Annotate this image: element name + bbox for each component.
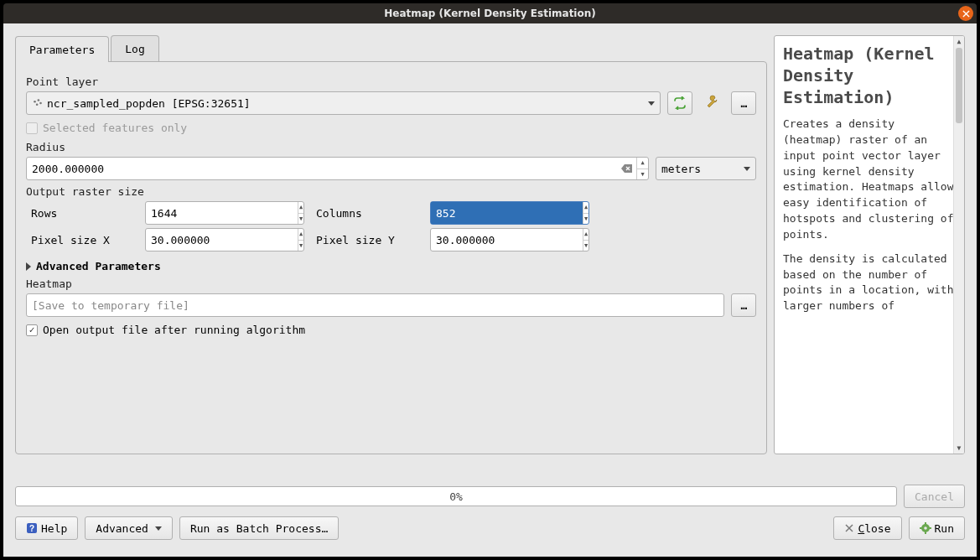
svg-point-13 — [924, 526, 927, 530]
parameters-panel: Point layer ncr_sampled_popden [EPSG:326… — [15, 61, 767, 454]
advanced-parameters-label: Advanced Parameters — [36, 260, 161, 272]
pixel-x-value[interactable] — [146, 229, 298, 251]
pixel-x-input[interactable]: ▲▼ — [145, 228, 304, 251]
point-layer-value: ncr_sampled_popden [EPSG:32651] — [47, 97, 645, 110]
columns-input[interactable]: ▲▼ — [430, 201, 589, 225]
point-layer-combo[interactable]: ncr_sampled_popden [EPSG:32651] — [26, 91, 661, 115]
help-icon: ? — [26, 522, 38, 534]
tab-log[interactable]: Log — [111, 35, 158, 61]
batch-button[interactable]: Run as Batch Process… — [179, 516, 339, 540]
progress-text: 0% — [449, 490, 463, 503]
scroll-down-icon[interactable]: ▼ — [954, 443, 964, 454]
dots-icon: … — [741, 97, 747, 110]
svg-rect-16 — [920, 527, 922, 529]
pixel-y-value[interactable] — [431, 229, 583, 251]
scroll-thumb[interactable] — [956, 48, 962, 123]
iterate-icon — [672, 96, 687, 110]
heatmap-output-input[interactable]: [Save to temporary file] — [26, 293, 724, 317]
rows-label: Rows — [31, 207, 138, 220]
dots-icon: … — [741, 299, 747, 312]
chevron-down-icon — [744, 167, 750, 171]
svg-point-3 — [38, 99, 40, 101]
radius-value[interactable] — [27, 158, 618, 179]
advanced-parameters-expander[interactable]: Advanced Parameters — [26, 260, 756, 272]
selected-features-checkbox — [26, 122, 38, 134]
heatmap-label: Heatmap — [26, 277, 756, 290]
titlebar: Heatmap (Kernel Density Estimation) — [3, 3, 977, 23]
svg-text:?: ? — [29, 524, 34, 533]
advanced-button[interactable]: Advanced — [85, 516, 173, 540]
window-close-button[interactable] — [958, 6, 973, 21]
gear-icon — [920, 522, 931, 534]
rows-spinner[interactable]: ▲▼ — [298, 202, 303, 224]
rows-input[interactable]: ▲▼ — [145, 201, 304, 225]
svg-rect-15 — [925, 531, 926, 534]
svg-rect-17 — [929, 527, 931, 529]
help-scrollbar[interactable]: ▲ ▼ — [953, 36, 964, 454]
run-button[interactable]: Run — [909, 516, 965, 540]
browse-output-button[interactable]: … — [731, 293, 756, 317]
help-paragraph-2: The density is calculated based on the n… — [783, 251, 956, 314]
points-layer-icon — [32, 97, 44, 109]
browse-layer-button[interactable]: … — [731, 91, 756, 115]
run-button-label: Run — [935, 522, 954, 535]
chevron-down-icon — [155, 526, 162, 531]
clear-icon[interactable] — [618, 158, 636, 179]
radius-unit-value: meters — [661, 163, 740, 175]
options-button[interactable] — [699, 91, 724, 115]
radius-input[interactable]: ▲▼ — [26, 157, 649, 180]
chevron-down-icon — [648, 101, 655, 106]
svg-rect-14 — [925, 522, 926, 525]
rows-value[interactable] — [146, 202, 298, 224]
output-raster-size-label: Output raster size — [26, 185, 756, 198]
cancel-button: Cancel — [904, 485, 965, 508]
help-panel: Heatmap (Kernel Density Estimation) Crea… — [774, 35, 965, 454]
pixel-y-label: Pixel size Y — [316, 234, 423, 246]
pixel-x-label: Pixel size X — [31, 234, 138, 246]
svg-point-5 — [39, 102, 42, 105]
open-output-checkbox[interactable] — [26, 324, 38, 336]
close-button-label: Close — [858, 522, 890, 535]
help-title: Heatmap (Kernel Density Estimation) — [783, 43, 956, 108]
progress-bar: 0% — [15, 486, 897, 506]
iterate-button[interactable] — [667, 91, 692, 115]
tab-parameters-label: Parameters — [29, 44, 95, 56]
help-button[interactable]: ? Help — [15, 516, 78, 540]
pixel-x-spinner[interactable]: ▲▼ — [298, 229, 303, 251]
svg-point-2 — [34, 101, 36, 103]
close-icon — [962, 10, 970, 18]
pixel-y-spinner[interactable]: ▲▼ — [583, 229, 589, 251]
close-button[interactable]: Close — [833, 516, 901, 540]
window-title: Heatmap (Kernel Density Estimation) — [384, 8, 596, 19]
selected-features-label: Selected features only — [43, 122, 187, 134]
help-paragraph-1: Creates a density (heatmap) raster of an… — [783, 117, 956, 243]
heatmap-placeholder: [Save to temporary file] — [32, 299, 189, 312]
tab-parameters[interactable]: Parameters — [15, 36, 109, 62]
columns-value[interactable] — [431, 202, 583, 224]
radius-label: Radius — [26, 141, 756, 153]
svg-point-4 — [36, 103, 39, 106]
expander-arrow-icon — [26, 262, 31, 271]
advanced-button-label: Advanced — [96, 522, 148, 535]
close-x-icon — [844, 523, 854, 533]
batch-button-label: Run as Batch Process… — [190, 522, 328, 535]
point-layer-label: Point layer — [26, 75, 756, 88]
columns-label: Columns — [316, 207, 423, 220]
help-button-label: Help — [41, 522, 67, 535]
tab-log-label: Log — [125, 43, 144, 55]
columns-spinner[interactable]: ▲▼ — [583, 202, 589, 224]
tab-bar: Parameters Log — [15, 35, 767, 61]
wrench-icon — [703, 95, 720, 111]
radius-spinner[interactable]: ▲▼ — [636, 158, 648, 179]
pixel-y-input[interactable]: ▲▼ — [430, 228, 589, 251]
open-output-label: Open output file after running algorithm — [43, 324, 305, 336]
scroll-up-icon[interactable]: ▲ — [954, 36, 964, 47]
radius-unit-combo[interactable]: meters — [656, 157, 756, 180]
